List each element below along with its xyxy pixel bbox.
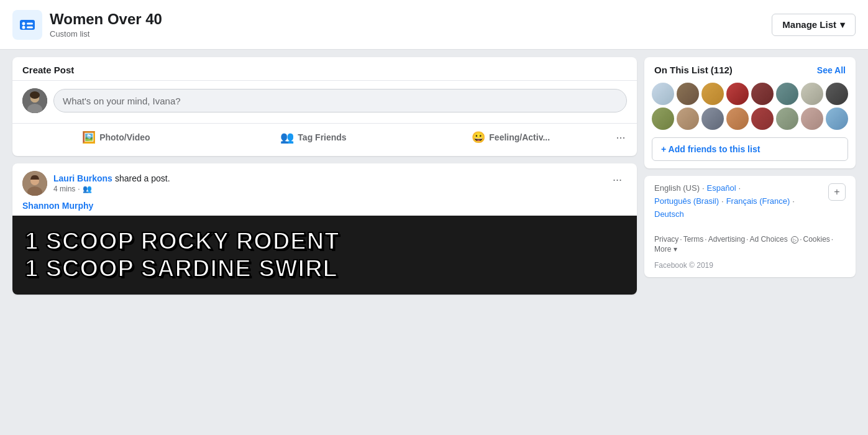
post-author-name-line: Lauri Burkons shared a post. bbox=[53, 173, 170, 183]
create-post-input-row: What's on your mind, Ivana? bbox=[12, 81, 637, 121]
ad-choices-icon: ▷ bbox=[791, 236, 798, 244]
user-avatar bbox=[22, 88, 47, 113]
photo-video-button[interactable]: 🖼️ Photo/Video bbox=[17, 127, 215, 148]
footer-copyright: Facebook © 2019 bbox=[644, 261, 856, 277]
add-language-button[interactable]: + bbox=[828, 183, 846, 201]
language-link-deutsch[interactable]: Deutsch bbox=[654, 209, 684, 219]
main-layout: Create Post bbox=[0, 50, 868, 302]
list-icon-wrap bbox=[12, 10, 42, 40]
feeling-icon: 😀 bbox=[472, 130, 485, 144]
language-link-portugues[interactable]: Português (Brasil) bbox=[654, 196, 719, 206]
footer-sep: · bbox=[800, 235, 802, 244]
manage-list-label: Manage List bbox=[782, 19, 836, 30]
tag-friends-button[interactable]: 👥 Tag Friends bbox=[215, 127, 413, 148]
svg-rect-3 bbox=[27, 22, 33, 24]
feeling-activity-button[interactable]: 😀 Feeling/Activ... bbox=[412, 127, 610, 148]
language-row-3: Deutsch bbox=[654, 209, 828, 219]
post-header: Lauri Burkons shared a post. 4 mins · 👥 … bbox=[12, 163, 637, 201]
page-subtitle: Custom list bbox=[50, 29, 162, 39]
svg-point-9 bbox=[30, 91, 40, 99]
on-list-header: On This List (112) See All bbox=[644, 57, 856, 83]
footer-link-advertising[interactable]: Advertising bbox=[708, 235, 745, 244]
list-item[interactable] bbox=[652, 108, 674, 130]
right-column: On This List (112) See All bbox=[644, 57, 856, 277]
page-header: Women Over 40 Custom list Manage List ▾ bbox=[0, 0, 868, 50]
language-row: English (US) · Español · Português (Bras… bbox=[654, 183, 846, 222]
header-left: Women Over 40 Custom list bbox=[12, 10, 162, 40]
footer-link-more[interactable]: More ▾ bbox=[654, 245, 677, 254]
svg-point-2 bbox=[22, 25, 25, 29]
list-item[interactable] bbox=[677, 108, 699, 130]
more-actions-button[interactable]: ··· bbox=[610, 126, 632, 149]
list-item[interactable] bbox=[677, 83, 699, 105]
list-item[interactable] bbox=[751, 83, 774, 105]
post-meta: 4 mins · 👥 bbox=[53, 185, 170, 193]
post-avatar-svg bbox=[22, 171, 47, 196]
shared-name[interactable]: Shannon Murphy bbox=[12, 201, 637, 216]
language-links: English (US) · Español · Português (Bras… bbox=[654, 183, 828, 222]
language-row-1: English (US) · Español · bbox=[654, 183, 828, 193]
add-friends-button[interactable]: + Add friends to this list bbox=[652, 137, 848, 161]
post-card: Lauri Burkons shared a post. 4 mins · 👥 … bbox=[12, 163, 637, 295]
list-item[interactable] bbox=[701, 108, 724, 130]
post-author-name[interactable]: Lauri Burkons bbox=[53, 173, 112, 183]
meme-line-2: 1 scoop sardine swirl bbox=[25, 255, 624, 283]
user-avatar-image bbox=[22, 88, 47, 113]
tag-friends-icon: 👥 bbox=[280, 130, 294, 144]
header-title-group: Women Over 40 Custom list bbox=[50, 11, 162, 39]
footer-link-adchoices[interactable]: Ad Choices ▷ bbox=[749, 235, 798, 244]
footer-link-terms[interactable]: Terms bbox=[683, 235, 704, 244]
list-item[interactable] bbox=[776, 108, 798, 130]
language-link-espanol[interactable]: Español bbox=[707, 183, 736, 193]
add-language-icon: + bbox=[834, 186, 839, 198]
manage-list-chevron-icon: ▾ bbox=[840, 19, 845, 30]
post-shared-text: shared a post. bbox=[115, 173, 170, 183]
list-item[interactable] bbox=[801, 83, 823, 105]
svg-rect-4 bbox=[27, 26, 33, 28]
list-item[interactable] bbox=[826, 83, 848, 105]
list-item[interactable] bbox=[751, 108, 774, 130]
list-item[interactable] bbox=[726, 83, 749, 105]
create-post-actions: 🖼️ Photo/Video 👥 Tag Friends 😀 Feeling/A… bbox=[12, 123, 637, 156]
lang-sep-4: · bbox=[792, 196, 795, 206]
svg-rect-0 bbox=[20, 20, 35, 30]
post-time: 4 mins bbox=[53, 185, 75, 193]
photo-video-label: Photo/Video bbox=[99, 132, 150, 142]
on-list-title: On This List (112) bbox=[654, 65, 733, 75]
list-icon bbox=[19, 16, 36, 34]
post-privacy-icon: 👥 bbox=[83, 185, 92, 193]
post-author-avatar bbox=[22, 171, 47, 196]
photo-video-icon: 🖼️ bbox=[82, 130, 96, 144]
create-post-header: Create Post bbox=[12, 57, 637, 81]
manage-list-button[interactable]: Manage List ▾ bbox=[772, 14, 856, 36]
svg-point-1 bbox=[22, 22, 25, 25]
post-meme-image: 1 scoop rocky rodent 1 scoop sardine swi… bbox=[12, 216, 637, 295]
post-options-icon: ··· bbox=[613, 173, 622, 186]
list-item[interactable] bbox=[701, 83, 724, 105]
footer-link-privacy[interactable]: Privacy bbox=[654, 235, 678, 244]
language-footer-card: English (US) · Español · Português (Bras… bbox=[644, 176, 856, 277]
meme-line-1: 1 scoop rocky rodent bbox=[25, 228, 624, 255]
more-dots-icon: ··· bbox=[616, 131, 626, 144]
post-author-info: Lauri Burkons shared a post. 4 mins · 👥 bbox=[22, 171, 170, 196]
see-all-button[interactable]: See All bbox=[817, 65, 846, 75]
create-post-card: Create Post bbox=[12, 57, 637, 156]
left-column: Create Post bbox=[12, 57, 637, 295]
post-input[interactable]: What's on your mind, Ivana? bbox=[53, 89, 627, 112]
list-item[interactable] bbox=[652, 83, 674, 105]
avatar-svg bbox=[22, 88, 47, 113]
footer-sep: · bbox=[831, 235, 833, 244]
post-placeholder: What's on your mind, Ivana? bbox=[63, 96, 181, 106]
post-time-dot: · bbox=[78, 185, 80, 193]
list-item[interactable] bbox=[776, 83, 798, 105]
list-item[interactable] bbox=[801, 108, 823, 130]
list-item[interactable] bbox=[726, 108, 749, 130]
lang-sep-3: · bbox=[721, 196, 724, 206]
footer-link-cookies[interactable]: Cookies bbox=[803, 235, 829, 244]
language-link-francais[interactable]: Français (France) bbox=[726, 196, 790, 206]
current-language: English (US) bbox=[654, 183, 700, 193]
on-this-list-card: On This List (112) See All bbox=[644, 57, 856, 168]
post-author-text: Lauri Burkons shared a post. 4 mins · 👥 bbox=[53, 173, 170, 193]
list-item[interactable] bbox=[826, 108, 848, 130]
post-options-button[interactable]: ··· bbox=[608, 171, 627, 189]
